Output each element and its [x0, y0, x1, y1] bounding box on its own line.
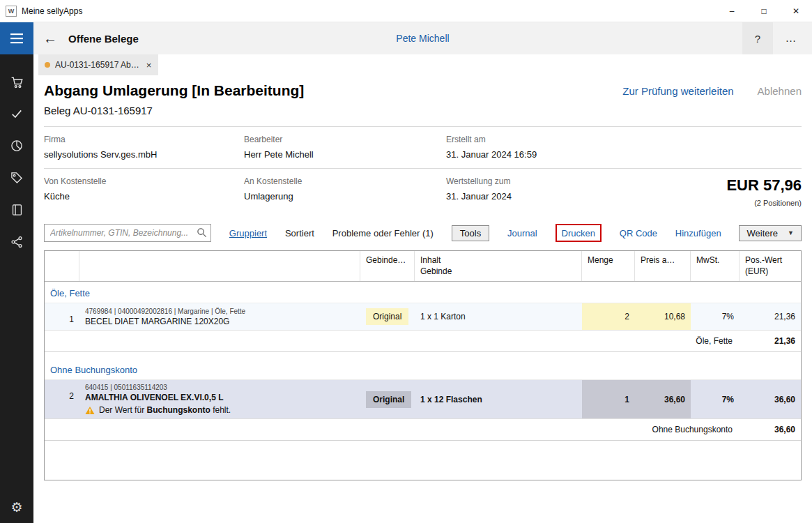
document-number: Beleg AU-0131-165917	[44, 105, 802, 116]
reject-link[interactable]: Ablehnen	[758, 85, 802, 97]
subtotal-value: 21,36	[740, 331, 801, 351]
unsaved-indicator-dot	[45, 62, 50, 68]
menge-cell[interactable]: 1	[582, 380, 635, 418]
field-value: sellysolutions Serv.ges.mbH	[44, 149, 244, 160]
field-label: Von Kostenstelle	[44, 176, 244, 186]
header-inhalt-gebinde[interactable]: Inhalt Gebinde	[415, 251, 582, 281]
total-amount: EUR 57,96	[655, 176, 802, 195]
field-erstellt-am: Erstellt am 31. Januar 2024 16:59	[446, 135, 802, 160]
document-tab[interactable]: AU-0131-165917 Ab… ×	[38, 54, 158, 75]
header-more-button[interactable]: …	[773, 22, 809, 54]
field-value: Umlagerung	[244, 191, 446, 202]
group-subtotal-row: Öle, Fette 21,36	[45, 331, 801, 352]
sidebar-item-prices[interactable]	[0, 162, 33, 194]
pie-chart-icon	[10, 139, 24, 153]
more-actions-label: Weitere	[746, 228, 778, 238]
current-user[interactable]: Pete Michell	[33, 33, 812, 44]
window-title: Meine sellyApps	[22, 6, 82, 16]
sidebar-item-reports[interactable]	[0, 130, 33, 162]
pos-wert-cell: 21,36	[740, 303, 801, 330]
header-description[interactable]	[79, 251, 360, 281]
header-preis[interactable]: Preis a…	[635, 251, 691, 281]
book-icon	[10, 203, 24, 217]
gear-icon: ⚙	[10, 501, 22, 514]
article-description: 640415 | 05011635114203 AMALTHIA OLIVENO…	[79, 380, 360, 418]
article-name: AMALTHIA OLIVENOEL EX.VI.0,5 L	[85, 393, 355, 402]
menge-cell[interactable]: 2	[582, 303, 635, 330]
warning-icon	[85, 406, 95, 415]
document-title: Abgang Umlagerung [In Bearbeitung]	[44, 82, 304, 99]
mwst-cell: 7%	[691, 380, 740, 418]
header-menge[interactable]: Menge	[582, 251, 635, 281]
field-value: Küche	[44, 191, 244, 202]
row-number: 2	[45, 380, 79, 418]
field-von-kostenstelle: Von Kostenstelle Küche	[44, 176, 244, 207]
group-title: Öle, Fette	[45, 282, 801, 303]
add-item-link[interactable]: Hinzufügen	[675, 228, 721, 238]
preis-cell[interactable]: 10,68	[635, 303, 691, 330]
field-label: Firma	[44, 135, 244, 144]
sidebar-item-tasks[interactable]	[0, 98, 33, 130]
total-positions: (2 Positionen)	[655, 199, 802, 207]
table-row[interactable]: 1 4769984 | 04000492002816 | Margarine |…	[45, 303, 801, 331]
gebinde-cell[interactable]: Original	[360, 303, 415, 330]
sidebar-item-cart[interactable]	[0, 66, 33, 98]
grouped-toggle[interactable]: Gruppiert	[229, 228, 267, 238]
table-header-row: Gebinde… Inhalt Gebinde Menge Preis a… M…	[45, 251, 801, 282]
forward-for-review-link[interactable]: Zur Prüfung weiterleiten	[622, 85, 733, 97]
hamburger-menu-button[interactable]	[0, 22, 33, 54]
subtotal-label: Öle, Fette	[45, 331, 740, 351]
tab-close-icon[interactable]: ×	[146, 60, 152, 70]
subtotal-value: 36,60	[740, 419, 801, 440]
minimize-button[interactable]: –	[716, 0, 748, 22]
journal-link[interactable]: Journal	[507, 228, 537, 238]
help-button[interactable]: ?	[742, 22, 773, 54]
gebinde-chip[interactable]: Original	[366, 391, 411, 408]
hamburger-icon	[10, 33, 24, 44]
search-input[interactable]	[44, 224, 211, 242]
back-button[interactable]: ←	[43, 31, 57, 45]
field-wertstellung: Wertstellung zum 31. Januar 2024	[446, 176, 655, 207]
header-mwst[interactable]: MwSt.	[691, 251, 740, 281]
warning-text: Der Wert für Buchungskonto fehlt.	[99, 405, 231, 415]
more-actions-dropdown[interactable]: Weitere ▼	[739, 225, 801, 241]
table-row-selected[interactable]: 2 640415 | 05011635114203 AMALTHIA OLIVE…	[45, 379, 801, 419]
app-header: ← Offene Belege Pete Michell ? …	[33, 22, 812, 54]
header-gebinde[interactable]: Gebinde…	[360, 251, 415, 281]
sidebar-item-settings[interactable]: ⚙	[0, 491, 33, 523]
tab-strip: AU-0131-165917 Ab… ×	[33, 54, 812, 75]
sidebar-item-journal[interactable]	[0, 194, 33, 226]
info-row-2: Von Kostenstelle Küche An Kostenstelle U…	[44, 169, 802, 210]
tab-label: AU-0131-165917 Ab…	[55, 60, 139, 70]
article-meta: 4769984 | 04000492002816 | Margarine | Ö…	[85, 308, 355, 315]
preis-cell[interactable]: 36,60	[635, 380, 691, 418]
gebinde-chip[interactable]: Original	[366, 308, 408, 325]
document-total: EUR 57,96 (2 Positionen)	[655, 176, 802, 207]
tools-button[interactable]: Tools	[452, 225, 489, 241]
field-label: Bearbeiter	[244, 135, 446, 144]
field-value: 31. Januar 2024 16:59	[446, 149, 802, 160]
document-header: Abgang Umlagerung [In Bearbeitung] Zur P…	[44, 82, 802, 99]
problems-filter[interactable]: Probleme oder Fehler (1)	[332, 228, 434, 238]
gebinde-cell[interactable]: Original	[360, 380, 415, 418]
print-link-highlight: Drucken	[556, 224, 602, 242]
tag-icon	[10, 171, 24, 185]
print-link[interactable]: Drucken	[562, 228, 595, 238]
row-warning: Der Wert für Buchungskonto fehlt.	[85, 405, 355, 415]
inhalt-cell: 1 x 1 Karton	[415, 303, 582, 330]
field-value: Herr Pete Michell	[244, 149, 446, 160]
qr-code-link[interactable]: QR Code	[620, 228, 657, 238]
subtotal-label: Ohne Buchungskonto	[45, 419, 740, 440]
close-button[interactable]: ✕	[780, 0, 812, 22]
field-label: An Kostenstelle	[244, 176, 446, 186]
inhalt-cell: 1 x 12 Flaschen	[415, 380, 582, 418]
page-title: Offene Belege	[68, 33, 139, 45]
row-number: 1	[45, 303, 79, 330]
sidebar-item-share[interactable]	[0, 226, 33, 258]
field-value: 31. Januar 2024	[446, 191, 655, 202]
header-pos-wert[interactable]: Pos.-Wert (EUR)	[740, 251, 801, 281]
group-subtotal-row: Ohne Buchungskonto 36,60	[45, 419, 801, 441]
maximize-button[interactable]: □	[748, 0, 780, 22]
sorted-toggle[interactable]: Sortiert	[285, 228, 314, 238]
document-actions: Zur Prüfung weiterleiten Ablehnen	[622, 85, 802, 97]
